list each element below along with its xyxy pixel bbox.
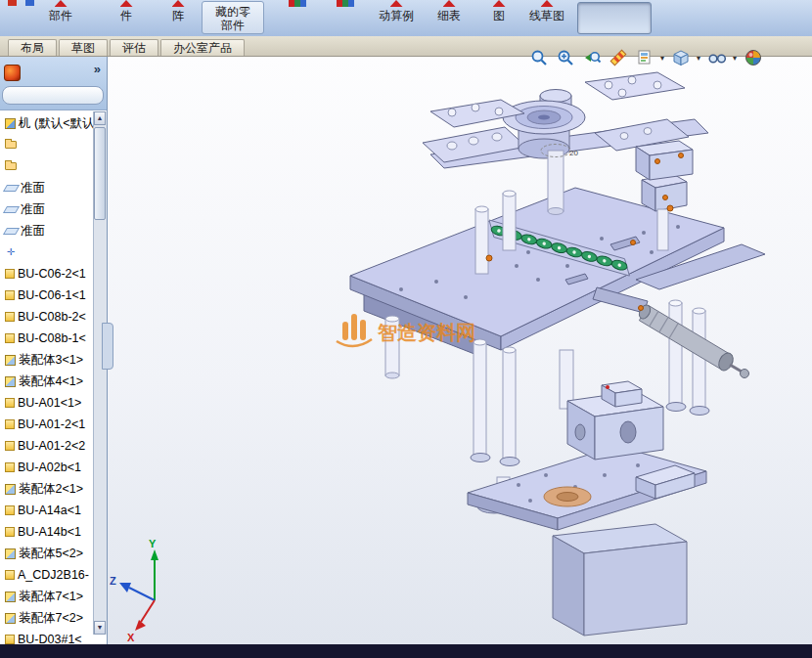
toolbar-button-motion-study[interactable]: 动算例 bbox=[372, 0, 421, 35]
tree-item[interactable]: A_CDJ2B16- bbox=[0, 564, 93, 586]
tree-scrollbar[interactable]: ▲ ▼ bbox=[93, 111, 107, 635]
command-toolbar: 部件 件 阵 藏的零 部件 动算例 细表 图 线草图 bbox=[0, 0, 812, 37]
tree-item-label: 装配体7<1> bbox=[19, 589, 83, 605]
tree-item[interactable]: 装配体7<1> bbox=[0, 586, 93, 607]
tree-item[interactable]: 准面 bbox=[0, 177, 93, 198]
scrollbar-thumb[interactable] bbox=[94, 127, 106, 220]
red-arrow-icon bbox=[120, 0, 133, 7]
tree-item-label: 装配体4<1> bbox=[19, 373, 83, 390]
main-area: » 机 (默认<默认 bbox=[0, 57, 812, 644]
toolbar-button[interactable] bbox=[278, 0, 317, 35]
realview-icon[interactable] bbox=[741, 46, 765, 69]
tree-item[interactable]: BU-A02b<1 bbox=[0, 457, 93, 478]
tree-item-icon bbox=[5, 269, 15, 279]
tree-item[interactable]: BU-C08b-2< bbox=[0, 306, 93, 328]
tree-item[interactable]: BU-D03#1< bbox=[0, 629, 93, 644]
display-style-icon[interactable] bbox=[668, 46, 693, 69]
tree-item[interactable]: 装配体2<1> bbox=[0, 478, 93, 500]
toolbar-button-label: 部件 bbox=[49, 9, 72, 22]
panel-splitter-handle[interactable] bbox=[102, 323, 113, 370]
tree-item-icon bbox=[5, 505, 15, 515]
toolbar-button-pattern[interactable]: 阵 bbox=[158, 0, 198, 35]
dropdown-caret-icon[interactable]: ▾ bbox=[658, 54, 666, 63]
toolbar-button-pressed[interactable] bbox=[577, 2, 652, 34]
tree-item[interactable]: 准面 bbox=[0, 220, 93, 241]
tree-item-label: BU-A14b<1 bbox=[18, 525, 81, 539]
toolbar-button-label: 图 bbox=[493, 9, 505, 22]
scrollbar-down-arrow[interactable]: ▼ bbox=[94, 621, 106, 635]
tree-item-icon bbox=[5, 246, 17, 258]
headsup-view-toolbar: ▾ ▾ ▾ bbox=[526, 45, 765, 70]
tree-item[interactable] bbox=[0, 155, 93, 177]
tree-item[interactable] bbox=[0, 241, 93, 263]
scrollbar-up-arrow[interactable]: ▲ bbox=[94, 111, 106, 125]
tree-item[interactable]: BU-C08b-1< bbox=[0, 328, 93, 349]
tree-item-icon bbox=[5, 141, 17, 149]
tree-item-icon bbox=[5, 613, 16, 624]
tree-item-label: 准面 bbox=[21, 180, 45, 197]
tree-item-icon bbox=[3, 206, 20, 213]
toolbar-button-sketch[interactable]: 线草图 bbox=[522, 0, 571, 35]
view-settings-icon[interactable] bbox=[632, 46, 656, 69]
tree-item[interactable]: 机 (默认<默认 bbox=[0, 112, 93, 134]
toolbar-button-part[interactable]: 件 bbox=[110, 0, 143, 35]
toolbar-button-hidden-components[interactable]: 藏的零 部件 bbox=[202, 1, 264, 34]
tree-item[interactable]: BU-A01-2<2 bbox=[0, 435, 93, 457]
dropdown-caret-icon[interactable]: ▾ bbox=[695, 54, 702, 63]
app-icon[interactable] bbox=[4, 65, 21, 81]
toolbar-icon bbox=[337, 0, 354, 7]
triad-z-label: Z bbox=[110, 575, 116, 587]
tree-item-icon bbox=[5, 484, 16, 495]
tree-item[interactable]: BU-A14a<1 bbox=[0, 500, 93, 521]
graphics-viewport[interactable]: ▾ ▾ ▾ bbox=[108, 57, 812, 644]
tree-item-icon bbox=[5, 441, 15, 451]
featuremanager-tab-pill[interactable] bbox=[2, 86, 104, 105]
tab-label: 草图 bbox=[71, 40, 95, 57]
red-arrow-icon bbox=[443, 0, 456, 7]
hide-show-items-icon[interactable] bbox=[704, 46, 729, 69]
tree-item[interactable]: BU-A01<1> bbox=[0, 392, 93, 414]
tab-layout[interactable]: 布局 bbox=[8, 39, 57, 56]
toolbar-button-drawing[interactable]: 图 bbox=[481, 0, 517, 35]
tab-evaluate[interactable]: 评估 bbox=[110, 39, 158, 56]
toolbar-button[interactable] bbox=[323, 0, 368, 35]
tree-item-label: BU-A01-2<1 bbox=[18, 417, 85, 431]
tree-item[interactable]: BU-C06-1<1 bbox=[0, 285, 93, 306]
zoom-to-fit-icon[interactable] bbox=[526, 46, 551, 69]
tree-item[interactable]: BU-A14b<1 bbox=[0, 521, 93, 543]
toolbar-icon-fragment bbox=[8, 0, 17, 6]
red-arrow-icon bbox=[390, 0, 403, 7]
tree-item-icon bbox=[5, 635, 15, 644]
tree-item-icon bbox=[5, 419, 15, 429]
dropdown-caret-icon[interactable]: ▾ bbox=[731, 54, 739, 63]
status-bar bbox=[0, 644, 812, 658]
tree-item-label: 准面 bbox=[21, 223, 45, 240]
featuremanager-panel-header: » bbox=[0, 57, 107, 110]
toolbar-button-bom[interactable]: 细表 bbox=[429, 0, 470, 35]
red-arrow-icon bbox=[55, 0, 68, 7]
toolbar-button-components[interactable]: 部件 bbox=[39, 0, 82, 35]
tab-sketch[interactable]: 草图 bbox=[59, 39, 108, 56]
tab-office-products[interactable]: 办公室产品 bbox=[160, 39, 245, 56]
tab-label: 评估 bbox=[122, 40, 146, 57]
tree-item-label: 装配体3<1> bbox=[19, 352, 83, 369]
tree-item[interactable]: 装配体7<2> bbox=[0, 607, 93, 629]
tree-item[interactable]: 装配体4<1> bbox=[0, 371, 93, 392]
tree-item[interactable]: 准面 bbox=[0, 198, 93, 220]
tree-item-icon bbox=[3, 185, 20, 192]
viewport-canvas[interactable]: 20 智造资料网 Y Z bbox=[108, 57, 812, 644]
tree-item[interactable]: BU-A01-2<1 bbox=[0, 414, 93, 435]
section-view-icon[interactable] bbox=[606, 46, 630, 69]
tree-item[interactable]: 装配体5<2> bbox=[0, 543, 93, 564]
zoom-to-area-icon[interactable] bbox=[553, 46, 577, 69]
tree-item[interactable]: 装配体3<1> bbox=[0, 349, 93, 371]
panel-expand-chevron-icon[interactable]: » bbox=[94, 62, 101, 76]
tree-item[interactable] bbox=[0, 134, 93, 155]
toolbar-button-label: 藏的零 bbox=[203, 5, 263, 19]
dimension-annotation: 20 bbox=[569, 149, 578, 157]
tree-item[interactable]: BU-C06-2<1 bbox=[0, 263, 93, 285]
toolbar-button-label: 部件 bbox=[203, 19, 263, 32]
tree-item-label: A_CDJ2B16- bbox=[18, 568, 89, 582]
previous-view-icon[interactable] bbox=[579, 46, 604, 69]
toolbar-button-label: 细表 bbox=[437, 9, 461, 22]
